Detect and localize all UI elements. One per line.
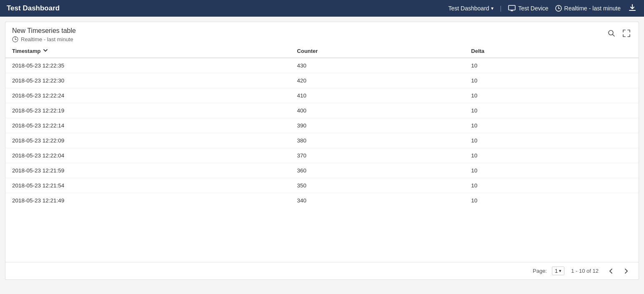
svg-rect-0 — [509, 5, 515, 10]
cell-counter: 390 — [291, 118, 465, 133]
prev-page-button[interactable] — [605, 267, 617, 275]
pagination-range: 1 - 10 of 12 — [571, 268, 599, 274]
download-button[interactable] — [627, 3, 637, 14]
panel-clock-icon — [12, 36, 18, 42]
time-label: Realtime - last minute — [564, 5, 621, 12]
timeseries-table: Timestamp Counter Delta — [5, 44, 639, 208]
table-row: 2018-05-23 12:22:3543010 — [5, 58, 639, 73]
table-body: 2018-05-23 12:22:35430102018-05-23 12:22… — [5, 58, 639, 208]
chevron-right-icon — [623, 268, 629, 274]
cell-counter: 410 — [291, 88, 465, 103]
device-label: Test Device — [518, 5, 548, 12]
cell-timestamp: 2018-05-23 12:22:14 — [5, 118, 291, 133]
chevron-left-icon — [608, 268, 614, 274]
page-select[interactable]: 1 ▾ — [552, 267, 564, 275]
panel-subtitle: Realtime - last minute — [12, 36, 76, 42]
cell-timestamp: 2018-05-23 12:22:35 — [5, 58, 291, 73]
timeseries-panel: New Timeseries table Realtime - last min… — [5, 22, 639, 280]
sort-desc-icon — [43, 47, 48, 54]
page-chevron-icon: ▾ — [559, 268, 561, 274]
search-button[interactable] — [606, 29, 617, 38]
table-row: 2018-05-23 12:22:2441010 — [5, 88, 639, 103]
next-page-button[interactable] — [620, 267, 632, 275]
header-divider: | — [500, 5, 502, 12]
col-counter-label: Counter — [297, 48, 318, 54]
cell-timestamp: 2018-05-23 12:21:54 — [5, 178, 291, 193]
cell-counter: 420 — [291, 73, 465, 88]
cell-counter: 400 — [291, 103, 465, 118]
cell-counter: 350 — [291, 178, 465, 193]
col-header-counter[interactable]: Counter — [291, 44, 465, 58]
clock-icon — [555, 5, 562, 12]
cell-timestamp: 2018-05-23 12:21:49 — [5, 193, 291, 208]
table-container: Timestamp Counter Delta — [5, 44, 639, 262]
expand-button[interactable] — [621, 29, 632, 38]
table-row: 2018-05-23 12:22:1940010 — [5, 103, 639, 118]
app-title: Test Dashboard — [7, 4, 60, 12]
panel-header: New Timeseries table Realtime - last min… — [5, 22, 639, 44]
search-icon — [608, 30, 615, 37]
table-row: 2018-05-23 12:21:4934010 — [5, 193, 639, 208]
table-row: 2018-05-23 12:22:0437010 — [5, 148, 639, 163]
download-icon — [628, 3, 636, 12]
dashboard-label: Test Dashboard — [449, 5, 489, 12]
table-header-row: Timestamp Counter Delta — [5, 44, 639, 58]
panel-title: New Timeseries table — [12, 27, 76, 35]
cell-timestamp: 2018-05-23 12:22:04 — [5, 148, 291, 163]
col-timestamp-label: Timestamp — [12, 48, 40, 54]
cell-counter: 380 — [291, 133, 465, 148]
table-row: 2018-05-23 12:22:0938010 — [5, 133, 639, 148]
page-current: 1 — [555, 268, 558, 274]
cell-counter: 340 — [291, 193, 465, 208]
cell-counter: 360 — [291, 163, 465, 178]
table-row: 2018-05-23 12:22:3042010 — [5, 73, 639, 88]
panel-actions — [606, 29, 632, 38]
cell-delta: 10 — [464, 148, 639, 163]
page-label: Page: — [533, 268, 547, 274]
cell-delta: 10 — [464, 163, 639, 178]
cell-delta: 10 — [464, 178, 639, 193]
cell-timestamp: 2018-05-23 12:21:59 — [5, 163, 291, 178]
monitor-icon — [508, 5, 516, 12]
cell-delta: 10 — [464, 58, 639, 73]
app-header: Test Dashboard Test Dashboard ▾ | Test D… — [0, 0, 644, 17]
cell-timestamp: 2018-05-23 12:22:24 — [5, 88, 291, 103]
cell-delta: 10 — [464, 88, 639, 103]
header-right: Test Dashboard ▾ | Test Device Realtime … — [449, 3, 637, 14]
header-time: Realtime - last minute — [555, 5, 621, 12]
cell-timestamp: 2018-05-23 12:22:09 — [5, 133, 291, 148]
cell-counter: 430 — [291, 58, 465, 73]
table-row: 2018-05-23 12:21:5936010 — [5, 163, 639, 178]
cell-delta: 10 — [464, 133, 639, 148]
cell-timestamp: 2018-05-23 12:22:19 — [5, 103, 291, 118]
table-row: 2018-05-23 12:21:5435010 — [5, 178, 639, 193]
panel-subtitle-text: Realtime - last minute — [21, 36, 73, 42]
cell-timestamp: 2018-05-23 12:22:30 — [5, 73, 291, 88]
panel-footer: Page: 1 ▾ 1 - 10 of 12 — [5, 262, 639, 279]
panel-title-area: New Timeseries table Realtime - last min… — [12, 27, 76, 42]
col-header-delta[interactable]: Delta — [464, 44, 639, 58]
svg-line-11 — [613, 35, 615, 37]
cell-delta: 10 — [464, 193, 639, 208]
cell-delta: 10 — [464, 118, 639, 133]
dashboard-chevron-icon: ▾ — [491, 5, 494, 11]
header-device[interactable]: Test Device — [508, 5, 548, 12]
col-header-timestamp[interactable]: Timestamp — [5, 44, 291, 58]
expand-icon — [623, 30, 630, 37]
header-dashboard[interactable]: Test Dashboard ▾ — [449, 5, 494, 12]
table-row: 2018-05-23 12:22:1439010 — [5, 118, 639, 133]
cell-delta: 10 — [464, 103, 639, 118]
col-delta-label: Delta — [471, 48, 484, 54]
cell-counter: 370 — [291, 148, 465, 163]
cell-delta: 10 — [464, 73, 639, 88]
